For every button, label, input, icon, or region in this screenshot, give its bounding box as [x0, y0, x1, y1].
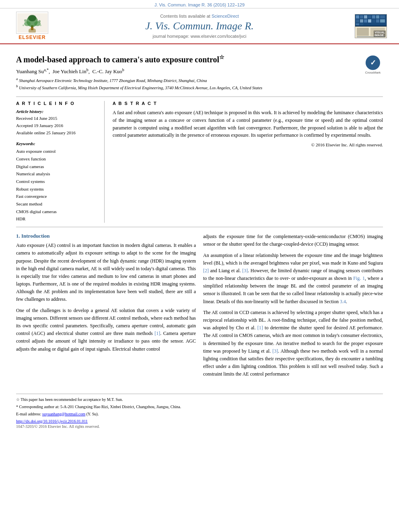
keywords-section: Keywords: Auto exposure control Convex f…	[16, 141, 98, 223]
doi-link[interactable]: http://dx.doi.org/10.1016/j.jvcir.2016.0…	[16, 419, 88, 423]
keyword-2: Convex function	[16, 155, 98, 163]
crossmark[interactable]: ✓ CrossMark	[363, 54, 383, 74]
main-content: 1. Introduction Auto exposure (AE) contr…	[16, 233, 383, 381]
paper-title-section: A model-based approach to camera's auto …	[16, 48, 383, 97]
keyword-8: Secant method	[16, 200, 98, 208]
svg-rect-6	[29, 29, 36, 33]
svg-rect-16	[368, 15, 371, 18]
paper-title: A model-based approach to camera's auto …	[16, 54, 262, 64]
svg-rect-17	[372, 15, 375, 18]
author-2: Joe Yuchieh Lin	[53, 68, 86, 74]
svg-rect-28	[360, 23, 363, 25]
affiliations: a Shanghai Aerospace Electronic Technolo…	[16, 76, 262, 91]
ref-1[interactable]: [1]	[154, 331, 160, 336]
svg-rect-14	[360, 15, 363, 18]
article-info-label: A R T I C L E I N F O	[16, 101, 98, 106]
journal-right-logo: VISUALIMAGE	[347, 14, 387, 38]
svg-point-7	[24, 19, 27, 22]
svg-rect-19	[380, 15, 385, 18]
journal-homepage: journal homepage: www.elsevier.com/locat…	[52, 34, 347, 39]
ref-fig1[interactable]: Fig. 1	[353, 275, 365, 281]
right-para-2: An assumption of a linear relationship b…	[203, 252, 383, 306]
svg-rect-15	[364, 15, 367, 18]
history-title: Article history:	[16, 109, 98, 114]
ref-2[interactable]: [2]	[203, 268, 209, 273]
footnote-1: ☆ This paper has been recommended for ac…	[16, 396, 383, 403]
svg-rect-26	[380, 19, 385, 23]
keyword-3: Digital cameras	[16, 163, 98, 170]
history-online: Available online 25 January 2016	[16, 129, 98, 137]
left-column: 1. Introduction Auto exposure (AE) contr…	[16, 233, 196, 381]
author-3: C.-C. Jay Kuo	[92, 68, 122, 74]
elsevier-brand: ELSEVIER	[19, 35, 45, 40]
svg-rect-27	[356, 23, 359, 25]
right-para-3: The AE control in CCD cameras is achieve…	[203, 309, 383, 378]
svg-point-9	[23, 25, 24, 26]
right-para-1: adjusts the exposure time for the comple…	[203, 233, 383, 248]
authors-line: Yuanhang Sua,*, Joe Yuchieh Linb, C.-C. …	[16, 68, 262, 75]
section1-heading: 1. Introduction	[16, 233, 196, 239]
crossmark-icon: ✓	[366, 55, 380, 70]
ref-3b[interactable]: [3]	[272, 348, 278, 354]
journal-title: J. Vis. Commun. Image R.	[52, 20, 347, 32]
keyword-10: HDR	[16, 215, 98, 223]
intro-para-2: One of the challenges is to develop a ge…	[16, 307, 196, 353]
right-column: adjusts the exposure time for the comple…	[203, 233, 383, 381]
paper-footer: ☆ This paper has been recommended for ac…	[16, 394, 383, 429]
keyword-5: Control systems	[16, 178, 98, 185]
footer-copyright: 1047-3203/© 2016 Elsevier Inc. All right…	[16, 424, 383, 429]
journal-citation: J. Vis. Commun. Image R. 36 (2016) 122–1…	[0, 0, 399, 8]
footnote-2: * Corresponding author at: 5-A-201 Chang…	[16, 404, 383, 410]
article-history: Article history: Received 14 June 2015 A…	[16, 109, 98, 136]
keyword-6: Robust systems	[16, 185, 98, 193]
keyword-7: Fast convergence	[16, 193, 98, 200]
svg-rect-21	[360, 19, 363, 23]
history-received: Received 14 June 2015	[16, 115, 98, 122]
author-1: Yuanhang Su	[16, 68, 44, 74]
keyword-4: Numerical analysis	[16, 170, 98, 178]
ref-sec34[interactable]: 3.4	[340, 299, 346, 304]
history-accepted: Accepted 19 January 2016	[16, 122, 98, 129]
keywords-title: Keywords:	[16, 141, 98, 146]
ref-1b[interactable]: [1]	[257, 325, 263, 331]
ref-3[interactable]: [3]	[242, 268, 248, 273]
article-info-column: A R T I C L E I N F O Article history: R…	[16, 101, 105, 223]
keyword-1: Auto exposure control	[16, 148, 98, 155]
svg-rect-25	[376, 19, 379, 23]
sciencedirect-link[interactable]: ScienceDirect	[212, 14, 239, 18]
article-info-abstract: A R T I C L E I N F O Article history: R…	[16, 101, 383, 227]
abstract-copyright: © 2016 Elsevier Inc. All rights reserved…	[113, 142, 383, 147]
journal-center: Contents lists available at ScienceDirec…	[52, 14, 347, 39]
svg-point-8	[38, 20, 41, 23]
svg-rect-20	[356, 19, 359, 23]
svg-rect-23	[368, 19, 371, 23]
journal-header: ELSEVIER Contents lists available at Sci…	[0, 8, 399, 44]
svg-rect-13	[356, 15, 359, 18]
svg-rect-18	[376, 15, 379, 18]
svg-point-5	[28, 15, 36, 21]
email-link[interactable]: suyuanhang@hotmail.com	[42, 412, 85, 416]
svg-point-10	[40, 25, 41, 26]
elsevier-logo: ELSEVIER	[12, 12, 52, 40]
svg-rect-30	[357, 28, 369, 36]
paper-body: A model-based approach to camera's auto …	[0, 44, 399, 390]
svg-point-3	[24, 21, 31, 26]
intro-para-1: Auto exposure (AE) control is an importa…	[16, 242, 196, 304]
abstract-label: A B S T R A C T	[113, 101, 383, 106]
svg-rect-22	[364, 19, 367, 23]
footnote-email: E-mail address: suyuanhang@hotmail.com (…	[16, 411, 383, 417]
abstract-text: A fast and robust camera's auto exposure…	[113, 109, 383, 139]
keyword-9: CMOS digital cameras	[16, 208, 98, 216]
svg-rect-24	[372, 19, 375, 23]
abstract-column: A B S T R A C T A fast and robust camera…	[113, 101, 383, 223]
